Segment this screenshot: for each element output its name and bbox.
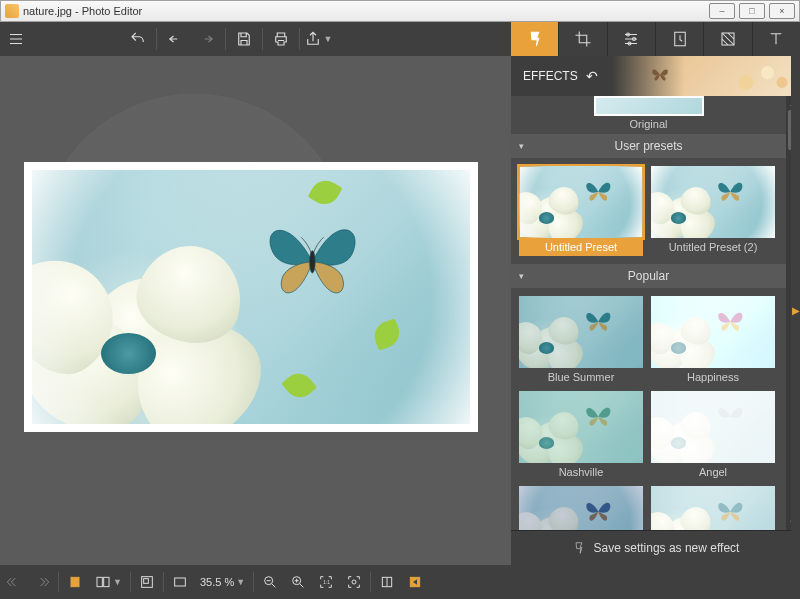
zoom-value[interactable]: 35.5 % ▼: [194, 565, 251, 599]
preset-original[interactable]: Original: [511, 96, 786, 134]
tab-crop[interactable]: [558, 22, 606, 56]
zoom-out-button[interactable]: [256, 565, 284, 599]
collapse-icon: ▾: [519, 141, 524, 151]
status-bar: ▼ 35.5 % ▼ 1:1: [0, 565, 800, 599]
save-effect-button[interactable]: Save settings as new effect: [511, 530, 800, 565]
menu-button[interactable]: [0, 22, 32, 56]
undo-all-button[interactable]: [122, 22, 154, 56]
section-user-presets[interactable]: ▾ User presets: [511, 134, 786, 158]
zoom-fit-button[interactable]: [340, 565, 368, 599]
minimize-button[interactable]: –: [709, 3, 735, 19]
effects-sidebar: EFFECTS ↶ Original ▾ User presets Untitl…: [511, 56, 800, 565]
sidebar-tabs: [511, 22, 800, 56]
print-button[interactable]: [265, 22, 297, 56]
effects-header: EFFECTS ↶: [511, 56, 800, 96]
svg-text:1:1: 1:1: [323, 580, 330, 585]
preset-untitled[interactable]: Untitled Preset: [519, 166, 643, 256]
preset-popular-5[interactable]: [519, 486, 643, 530]
preset-happiness[interactable]: Happiness: [651, 296, 775, 383]
svg-point-0: [310, 250, 316, 272]
window-title: nature.jpg - Photo Editor: [23, 5, 142, 17]
preset-nashville[interactable]: Nashville: [519, 391, 643, 478]
fit-screen-button[interactable]: [166, 565, 194, 599]
butterfly-icon: [647, 64, 673, 86]
canvas-area[interactable]: [0, 56, 511, 565]
tab-adjust[interactable]: [607, 22, 655, 56]
before-button[interactable]: [373, 565, 401, 599]
tab-batch[interactable]: [655, 22, 703, 56]
photo-preview: [24, 162, 478, 432]
redo-button[interactable]: [191, 22, 223, 56]
tab-effects[interactable]: [511, 22, 558, 56]
svg-rect-7: [97, 577, 102, 586]
save-button[interactable]: [228, 22, 260, 56]
preset-blue-summer[interactable]: Blue Summer: [519, 296, 643, 383]
prev-image-button[interactable]: [0, 565, 28, 599]
maximize-button[interactable]: □: [739, 3, 765, 19]
collapse-icon: ▾: [519, 271, 524, 281]
tab-text[interactable]: [752, 22, 800, 56]
navigator-button[interactable]: [133, 565, 161, 599]
section-popular[interactable]: ▾ Popular: [511, 264, 786, 288]
preset-untitled-2[interactable]: Untitled Preset (2): [651, 166, 775, 256]
effects-reset-icon[interactable]: ↶: [586, 68, 598, 84]
svg-point-15: [352, 580, 356, 584]
undo-button[interactable]: [159, 22, 191, 56]
effects-label: EFFECTS: [523, 69, 578, 83]
single-view-button[interactable]: [61, 565, 89, 599]
sidebar-collapse-handle[interactable]: ▶: [791, 56, 800, 565]
svg-rect-6: [71, 577, 79, 586]
svg-rect-8: [104, 577, 109, 586]
next-image-button[interactable]: [28, 565, 56, 599]
svg-rect-11: [175, 578, 186, 586]
title-bar: nature.jpg - Photo Editor – □ ×: [0, 0, 800, 22]
preset-angel[interactable]: Angel: [651, 391, 775, 478]
zoom-100-button[interactable]: 1:1: [312, 565, 340, 599]
original-label: Original: [511, 118, 786, 130]
svg-rect-10: [144, 579, 149, 584]
zoom-in-button[interactable]: [284, 565, 312, 599]
app-icon: [5, 4, 19, 18]
tab-texture[interactable]: [703, 22, 751, 56]
compare-view-button[interactable]: ▼: [89, 565, 128, 599]
preset-popular-6[interactable]: [651, 486, 775, 530]
close-button[interactable]: ×: [769, 3, 795, 19]
share-button[interactable]: ▼: [302, 22, 334, 56]
after-button[interactable]: [401, 565, 429, 599]
